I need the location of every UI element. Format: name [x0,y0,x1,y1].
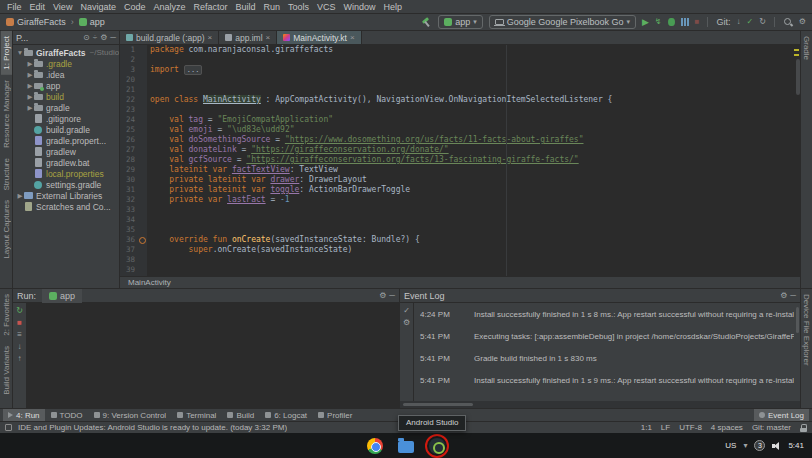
collapse-all-icon[interactable] [93,34,97,42]
editor-tab-build-gradle-app[interactable]: build.gradle (:app)× [120,31,219,44]
menu-tools[interactable]: Tools [284,2,313,12]
tree-item-scratches-and-co[interactable]: Scratches and Co... [13,201,119,212]
menu-file[interactable]: File [3,2,26,12]
menu-window[interactable]: Window [340,2,380,12]
tool-stripe-1-project[interactable]: 1: Project [1,31,12,75]
toolwindow-button-build[interactable]: Build [222,409,259,421]
device-selector[interactable]: Google Google Pixelbook Go ▾ [489,15,636,29]
run-button[interactable] [642,18,649,27]
git-commit-button[interactable] [746,18,753,26]
stop-button[interactable] [695,18,700,26]
tree-item-local-properties[interactable]: local.properties [13,168,119,179]
file-encoding[interactable]: UTF-8 [679,423,702,432]
breadcrumb-project[interactable]: GiraffeFacts [6,17,66,27]
tree-item-build[interactable]: ▶build [13,91,119,102]
tool-stripe-device-file-explorer[interactable]: Device File Explorer [801,289,812,371]
profile-button[interactable] [681,18,689,26]
run-tab-app[interactable]: app [42,289,82,303]
tree-item-gradle-propert[interactable]: gradle.propert... [13,135,119,146]
git-update-button[interactable] [736,18,740,26]
panel-settings-icon[interactable] [100,34,107,42]
settings-gear-icon[interactable] [799,18,806,26]
menu-vcs[interactable]: VCS [313,2,340,12]
git-revert-button[interactable] [759,18,766,26]
tool-stripe-layout-captures[interactable]: Layout Captures [1,195,12,264]
tree-expand-arrow[interactable]: ▶ [26,71,34,79]
tree-item-idea[interactable]: ▶.idea [13,69,119,80]
tool-stripe-build-variants[interactable]: Build Variants [1,341,12,400]
tree-expand-arrow[interactable]: ▶ [26,104,34,112]
tree-expand-arrow[interactable]: ▶ [26,82,34,90]
tab-close-icon[interactable]: × [266,33,271,42]
event-log-hscrollbar[interactable] [400,401,800,408]
toolwindow-button-profiler[interactable]: Profiler [313,409,357,421]
run-menu-icon[interactable] [17,331,22,339]
tree-item-app[interactable]: ▶app [13,80,119,91]
scroll-up-icon[interactable] [18,355,22,363]
tree-item-build-gradle[interactable]: build.gradle [13,124,119,135]
tree-item-gradlew-bat[interactable]: gradlew.bat [13,157,119,168]
tree-expand-arrow[interactable]: ▶ [26,93,34,101]
tree-item-gradle[interactable]: ▶.gradle [13,58,119,69]
indent-style[interactable]: 4 spaces [711,423,743,432]
line-separator[interactable]: LF [661,423,670,432]
search-icon[interactable] [783,17,793,27]
keyboard-layout-indicator[interactable]: US [725,441,736,450]
apply-changes-button[interactable] [655,18,662,26]
tab-close-icon[interactable]: × [350,33,355,42]
tool-stripe-2-favorites[interactable]: 2: Favorites [1,289,12,341]
menu-refactor[interactable]: Refactor [189,2,231,12]
toolwindow-switcher-icon[interactable] [5,424,12,431]
toolwindow-button-9-version-control[interactable]: 9: Version Control [89,409,172,421]
tray-chevron-icon[interactable] [743,442,747,450]
tree-expand-arrow[interactable]: ▶ [16,192,24,200]
log-settings-icon[interactable] [403,319,410,327]
menu-analyze[interactable]: Analyze [149,2,189,12]
menu-build[interactable]: Build [231,2,259,12]
run-console[interactable] [27,303,399,408]
rerun-icon[interactable] [16,307,23,315]
locate-file-icon[interactable] [83,34,90,42]
tree-expand-arrow[interactable]: ▶ [26,60,34,68]
tab-close-icon[interactable]: × [208,33,213,42]
stop-icon[interactable] [17,319,22,327]
notification-badge[interactable]: 3 [754,440,765,451]
scroll-down-icon[interactable] [18,343,22,351]
debug-button[interactable] [668,18,675,26]
editor-breadcrumb-item[interactable]: MainActivity [128,278,171,287]
toolwindow-button-terminal[interactable]: Terminal [172,409,221,421]
status-message[interactable]: IDE and Plugin Updates: Android Studio i… [18,423,287,432]
menu-edit[interactable]: Edit [26,2,50,12]
tree-item-gradlew[interactable]: gradlew [13,146,119,157]
toolwindow-button-event-log[interactable]: Event Log [754,409,809,421]
caret-position[interactable]: 1:1 [641,423,652,432]
tool-stripe-gradle[interactable]: Gradle [801,31,812,65]
menu-help[interactable]: Help [380,2,407,12]
run-settings-icon[interactable] [379,292,386,300]
tree-expand-arrow[interactable]: ▼ [16,49,24,56]
hide-event-log-icon[interactable] [790,292,796,300]
hscrollbar-thumb[interactable] [403,403,473,406]
tree-item-giraffefacts[interactable]: ▼GiraffeFacts~/StudioPro... [13,47,119,58]
toolwindow-button-6-logcat[interactable]: 6: Logcat [260,409,312,421]
hide-run-panel-icon[interactable] [389,292,395,300]
menu-code[interactable]: Code [120,2,150,12]
editor-tab-mainactivity-kt[interactable]: MainActivity.kt× [277,31,361,44]
tool-stripe-resource-manager[interactable]: Resource Manager [1,75,12,153]
editor-tab-app-iml[interactable]: app.iml× [219,31,277,44]
menu-run[interactable]: Run [260,2,285,12]
run-config-selector[interactable]: app ▾ [438,15,483,29]
volume-icon[interactable] [772,442,781,450]
tool-stripe-structure[interactable]: Structure [1,153,12,195]
build-hammer-icon[interactable] [421,17,432,28]
project-panel-title[interactable]: P... [16,33,28,43]
chrome-icon[interactable] [367,438,383,454]
tree-item-external-libraries[interactable]: ▶External Libraries [13,190,119,201]
mark-all-read-icon[interactable] [403,307,410,315]
event-log-settings-icon[interactable] [780,292,787,300]
android-studio-icon[interactable] [429,438,445,454]
file-manager-icon[interactable] [398,441,414,453]
git-branch[interactable]: Git: master [752,423,791,432]
tree-item-settings-gradle[interactable]: settings.gradle [13,179,119,190]
code-editor[interactable]: 1package com.naranjaconsal.giraffefacts2… [120,45,800,276]
